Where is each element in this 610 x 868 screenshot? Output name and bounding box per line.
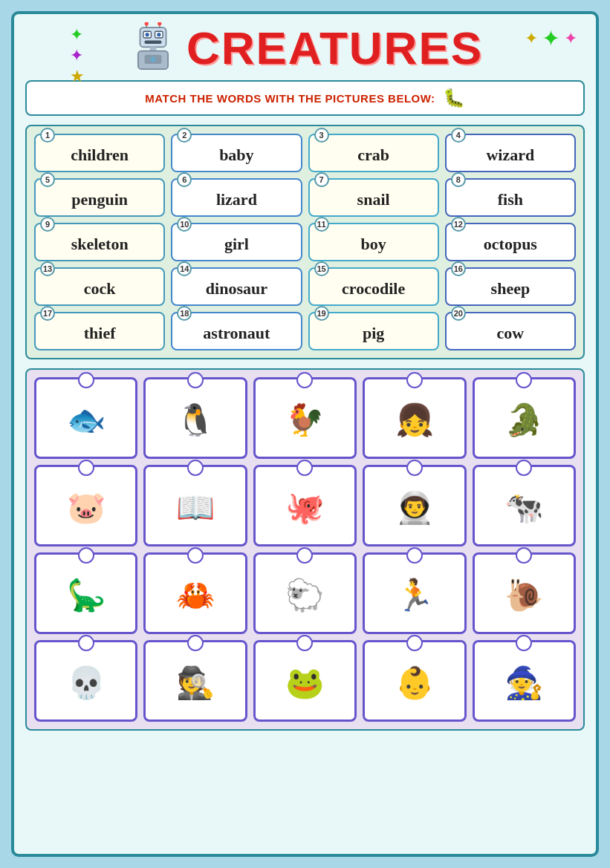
word-box-19: 19 pig: [308, 312, 439, 350]
word-text-13: cock: [42, 273, 158, 298]
svg-point-13: [150, 56, 155, 62]
picture-circle-1: [78, 372, 94, 388]
picture-box-crab[interactable]: 🦀: [143, 552, 247, 634]
picture-box-astronaut[interactable]: 👨‍🚀: [363, 465, 466, 546]
fish-image: 🐟: [39, 386, 132, 453]
picture-box-thief[interactable]: 🏃: [363, 552, 466, 634]
word-text-18: astronaut: [178, 318, 294, 343]
picture-box-skeleton[interactable]: 💀: [34, 640, 137, 722]
instruction-text: MATCH THE WORDS WITH THE PICTURES BELOW:: [145, 92, 435, 105]
picture-circle-19: [406, 635, 423, 651]
word-box-12: 12 octopus: [445, 223, 576, 261]
picture-box-penguin[interactable]: 🐧: [143, 377, 247, 459]
picture-box-pig[interactable]: 🐷: [34, 465, 137, 546]
picture-box-children[interactable]: 📖: [143, 465, 247, 546]
word-number-15: 15: [314, 261, 329, 276]
pictures-grid: 🐟 🐧 🐓 👧 🐊 🐷: [34, 377, 576, 722]
word-box-18: 18 astronaut: [171, 312, 302, 350]
svg-rect-9: [145, 40, 162, 43]
picture-box-cock[interactable]: 🐓: [253, 377, 357, 459]
svg-point-1: [145, 22, 149, 25]
stars-right: ✦ ✦ ✦: [525, 25, 577, 51]
picture-circle-8: [296, 460, 313, 476]
dinosaur-image: 🦕: [39, 561, 132, 628]
svg-point-7: [145, 33, 149, 36]
word-box-8: 8 fish: [445, 178, 576, 217]
word-text-11: boy: [316, 229, 432, 254]
cow-image: 🐄: [478, 474, 571, 541]
picture-circle-7: [187, 460, 204, 476]
picture-circle-9: [406, 460, 423, 476]
picture-circle-20: [516, 635, 532, 651]
word-text-8: fish: [452, 184, 568, 209]
word-text-15: crocodile: [316, 273, 432, 298]
picture-box-sheep[interactable]: 🐑: [253, 552, 357, 634]
picture-circle-18: [296, 635, 313, 651]
picture-circle-11: [78, 547, 94, 564]
word-number-5: 5: [40, 172, 55, 187]
word-text-1: children: [42, 140, 158, 165]
word-box-15: 15 crocodile: [308, 267, 439, 306]
word-box-1: 1 children: [34, 134, 165, 172]
word-box-9: 9 skeleton: [34, 223, 165, 261]
word-number-12: 12: [451, 217, 466, 232]
word-box-5: 5 penguin: [34, 178, 165, 217]
star-r1: ✦: [525, 29, 538, 48]
picture-box-octopus[interactable]: 🐙: [253, 465, 357, 546]
word-number-1: 1: [40, 128, 55, 143]
picture-circle-2: [187, 372, 204, 388]
star-2: ✦: [70, 46, 85, 65]
word-text-6: lizard: [178, 184, 294, 209]
picture-circle-16: [78, 635, 94, 651]
word-text-9: skeleton: [42, 229, 158, 254]
word-box-6: 6 lizard: [171, 178, 302, 217]
picture-circle-15: [516, 547, 532, 564]
picture-box-crocodile[interactable]: 🐊: [473, 377, 576, 459]
picture-box-fish[interactable]: 🐟: [34, 377, 137, 459]
picture-box-lizard[interactable]: 🐸: [253, 640, 357, 722]
word-number-19: 19: [314, 306, 329, 321]
header: ✦ ✦ ★ CRE: [25, 22, 585, 74]
baby-image: 👶: [368, 649, 461, 716]
lizard-image: 🐸: [259, 649, 351, 716]
picture-box-baby[interactable]: 👶: [363, 640, 466, 722]
word-box-17: 17 thief: [34, 312, 165, 350]
picture-circle-3: [296, 372, 313, 388]
worm-icon: 🐛: [443, 88, 465, 108]
word-number-11: 11: [314, 217, 329, 232]
word-text-10: girl: [178, 229, 294, 254]
word-number-17: 17: [40, 306, 55, 321]
word-number-13: 13: [40, 261, 55, 276]
word-number-16: 16: [451, 261, 466, 276]
word-box-4: 4 wizard: [445, 134, 576, 172]
crab-image: 🦀: [149, 561, 241, 628]
sheep-image: 🐑: [259, 561, 351, 628]
robot-icon: [127, 22, 179, 74]
snail-image: 🐌: [478, 561, 571, 628]
star-r2: ✦: [542, 25, 560, 51]
picture-circle-10: [516, 460, 532, 476]
thief-image: 🏃: [368, 561, 461, 628]
word-number-8: 8: [451, 172, 466, 187]
word-number-20: 20: [451, 306, 466, 321]
wizard-image: 🧙: [478, 649, 571, 716]
astronaut-image: 👨‍🚀: [368, 474, 461, 541]
pig-image: 🐷: [39, 474, 132, 541]
word-text-17: thief: [42, 318, 158, 343]
picture-box-cow[interactable]: 🐄: [473, 465, 576, 546]
picture-box-wizard[interactable]: 🧙: [473, 640, 576, 722]
word-text-4: wizard: [452, 140, 568, 165]
star-r3: ✦: [564, 29, 577, 48]
picture-circle-14: [406, 547, 423, 564]
picture-box-snail[interactable]: 🐌: [473, 552, 576, 634]
word-text-3: crab: [316, 140, 432, 165]
picture-box-boy[interactable]: 🕵️: [143, 640, 247, 722]
boy-image: 🕵️: [149, 649, 241, 716]
word-text-7: snail: [316, 184, 432, 209]
word-box-20: 20 cow: [445, 312, 576, 350]
picture-box-girl[interactable]: 👧: [363, 377, 466, 459]
page: ✦ ✦ ★ CRE: [11, 11, 599, 857]
picture-box-dinosaur[interactable]: 🦕: [34, 552, 137, 634]
word-box-10: 10 girl: [171, 223, 302, 261]
word-box-14: 14 dinosaur: [171, 267, 302, 306]
